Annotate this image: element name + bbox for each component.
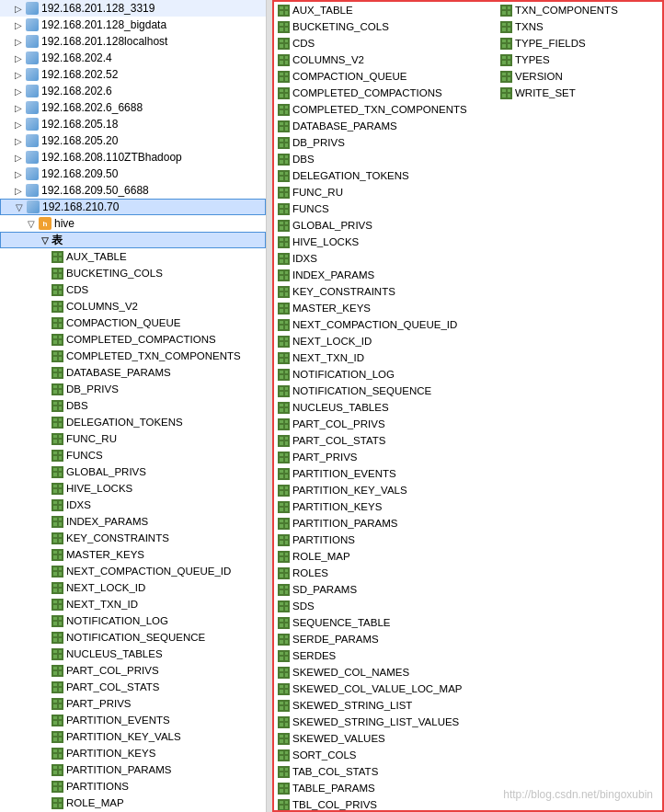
server-item[interactable]: ▷ 192.168.205.20 [0,132,266,149]
left-table-item[interactable]: PARTITION_EVENTS [0,712,266,728]
right-table-item[interactable]: SD_PARAMS [274,581,497,598]
server-item[interactable]: ▷ 192.168.202.6_6688 [0,99,266,116]
right-table-item[interactable]: AUX_TABLE [274,2,497,18]
right-table-item[interactable]: FUNCS [274,200,497,217]
left-table-item[interactable]: PART_COL_PRIVS [0,662,266,679]
right-table-item[interactable]: COMPLETED_COMPACTIONS [274,85,497,101]
right-table-item[interactable]: SKEWED_VALUES [274,730,497,747]
right-table-item[interactable]: DATABASE_PARAMS [274,118,497,134]
right-table-item[interactable]: SEQUENCE_TABLE [274,614,497,631]
server-item[interactable]: ▷ 192.168.208.110ZTBhadoop [0,149,266,166]
left-table-item[interactable]: DB_PRIVS [0,381,266,397]
server-item-selected[interactable]: ▽ 192.168.210.70 [0,199,266,215]
right-table-item[interactable]: PARTITION_EVENTS [274,465,497,482]
left-table-item[interactable]: MASTER_KEYS [0,546,266,563]
right-table-item[interactable]: SORT_COLS [274,747,497,763]
right-table-item[interactable]: KEY_CONSTRAINTS [274,283,497,300]
left-table-item[interactable]: DBS [0,397,266,414]
left-table-item[interactable]: DELEGATION_TOKENS [0,414,266,430]
right-table-item[interactable]: PARTITION_PARAMS [274,515,497,532]
right-table-item[interactable]: NEXT_TXN_ID [274,349,497,366]
left-table-item[interactable]: NOTIFICATION_LOG [0,612,266,629]
left-table-item[interactable]: GLOBAL_PRIVS [0,463,266,480]
left-table-item[interactable]: INDEX_PARAMS [0,513,266,530]
right-table-item[interactable]: PARTITIONS [274,532,497,548]
server-item[interactable]: ▷ 192.168.202.6 [0,83,266,99]
right-table-item[interactable]: SERDE_PARAMS [274,631,497,647]
right-table-item[interactable]: NOTIFICATION_LOG [274,366,497,383]
right-table-item[interactable]: PART_COL_PRIVS [274,416,497,432]
right-table-item[interactable]: CDS [274,35,497,51]
right-table-item[interactable]: SKEWED_COL_NAMES [274,664,497,680]
right-table-item[interactable]: TXNS [497,18,662,35]
right-table-item[interactable]: DB_PRIVS [274,134,497,151]
right-table-item[interactable]: TYPES [497,51,662,68]
right-table-item[interactable]: BUCKETING_COLS [274,18,497,35]
right-table-item[interactable]: DELEGATION_TOKENS [274,167,497,184]
server-item[interactable]: ▷ 192.168.201.128localhost [0,33,266,50]
left-table-item[interactable]: COMPLETED_COMPACTIONS [0,331,266,348]
right-table-item[interactable]: SERDES [274,647,497,664]
left-table-item[interactable]: PARTITIONS [0,778,266,795]
left-table-item[interactable]: NEXT_LOCK_ID [0,579,266,596]
right-table-item[interactable]: INDEX_PARAMS [274,267,497,283]
left-table-item[interactable]: PART_COL_STATS [0,679,266,695]
right-table-item[interactable]: NOTIFICATION_SEQUENCE [274,383,497,399]
right-table-item[interactable]: VERSION [497,68,662,85]
server-item[interactable]: ▷ 192.168.201.128_bigdata [0,17,266,33]
right-table-item[interactable]: COLUMNS_V2 [274,51,497,68]
left-table-item[interactable]: FUNCS [0,447,266,463]
right-table-item[interactable]: NEXT_COMPACTION_QUEUE_ID [274,316,497,333]
right-table-item[interactable]: ROLE_MAP [274,548,497,565]
right-table-item[interactable]: FUNC_RU [274,184,497,200]
left-table-item[interactable]: PART_PRIVS [0,695,266,712]
right-table-item[interactable]: SKEWED_STRING_LIST_VALUES [274,714,497,730]
right-table-item[interactable]: TBL_COL_PRIVS [274,796,497,810]
right-table-item[interactable]: MASTER_KEYS [274,300,497,316]
left-table-item[interactable]: COLUMNS_V2 [0,298,266,315]
left-table-item[interactable]: AUX_TABLE [0,248,266,265]
server-item[interactable]: ▷ 192.168.205.18 [0,116,266,132]
right-table-item[interactable]: SKEWED_COL_VALUE_LOC_MAP [274,680,497,697]
right-table-item[interactable]: TYPE_FIELDS [497,35,662,51]
left-table-item[interactable]: ROLE_MAP [0,795,266,811]
right-table-item[interactable]: IDXS [274,250,497,267]
left-table-item[interactable]: HIVE_LOCKS [0,480,266,497]
left-table-item[interactable]: IDXS [0,497,266,513]
left-table-item[interactable]: COMPLETED_TXN_COMPONENTS [0,348,266,364]
table-section[interactable]: ▽ 表 [0,232,266,248]
right-table-item[interactable]: NUCLEUS_TABLES [274,399,497,416]
right-table-item[interactable]: WRITE_SET [497,85,662,101]
right-table-item[interactable]: NEXT_LOCK_ID [274,333,497,349]
left-table-item[interactable]: PARTITION_PARAMS [0,761,266,778]
left-table-item[interactable]: PARTITION_KEY_VALS [0,728,266,745]
right-table-item[interactable]: ROLES [274,565,497,581]
left-table-item[interactable]: NUCLEUS_TABLES [0,646,266,662]
right-table-item[interactable]: TXN_COMPONENTS [497,2,662,18]
right-table-item[interactable]: TABLE_PARAMS [274,780,497,796]
left-table-item[interactable]: NEXT_TXN_ID [0,596,266,612]
left-table-item[interactable]: CDS [0,281,266,298]
server-item[interactable]: ▷ 192.168.209.50_6688 [0,182,266,199]
left-table-item[interactable]: NEXT_COMPACTION_QUEUE_ID [0,563,266,579]
left-table-item[interactable]: NOTIFICATION_SEQUENCE [0,629,266,646]
right-table-item[interactable]: SKEWED_STRING_LIST [274,697,497,714]
left-table-item[interactable]: DATABASE_PARAMS [0,364,266,381]
left-table-item[interactable]: BUCKETING_COLS [0,265,266,281]
right-table-item[interactable]: PART_COL_STATS [274,432,497,449]
left-panel[interactable]: ▷ 192.168.201.128_3319 ▷ 192.168.201.128… [0,0,267,812]
left-table-item[interactable]: COMPACTION_QUEUE [0,315,266,331]
right-table-item[interactable]: PARTITION_KEYS [274,498,497,515]
right-table-item[interactable]: PART_PRIVS [274,449,497,465]
right-table-item[interactable]: PARTITION_KEY_VALS [274,482,497,498]
server-item[interactable]: ▷ 192.168.202.4 [0,50,266,66]
right-table-item[interactable]: SDS [274,598,497,614]
right-table-item[interactable]: GLOBAL_PRIVS [274,217,497,234]
right-table-item[interactable]: COMPLETED_TXN_COMPONENTS [274,101,497,118]
left-table-item[interactable]: PARTITION_KEYS [0,745,266,761]
right-table-item[interactable]: COMPACTION_QUEUE [274,68,497,85]
server-item[interactable]: ▷ 192.168.201.128_3319 [0,0,266,17]
left-table-item[interactable]: FUNC_RU [0,430,266,447]
right-table-item[interactable]: TAB_COL_STATS [274,763,497,780]
db-item[interactable]: ▽ h hive [0,215,266,232]
